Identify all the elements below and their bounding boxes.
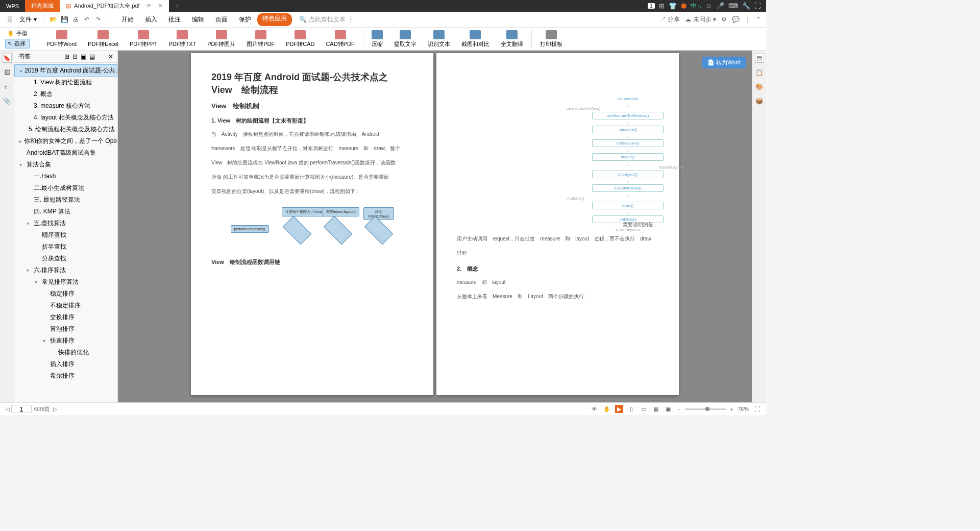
palette-icon[interactable]: 🎨 (755, 82, 764, 91)
zoom-slider[interactable] (685, 408, 726, 410)
sb-hand-icon[interactable]: ✋ (603, 405, 611, 413)
box-icon[interactable]: 📦 (755, 96, 764, 106)
bookmark-item[interactable]: 1. View 树的绘图流程 (14, 77, 117, 88)
mode-hand[interactable]: ✋ 手型 (5, 29, 30, 38)
print-icon[interactable]: 🖨 (71, 15, 80, 24)
tool-compress[interactable]: 压缩 (366, 29, 388, 49)
mode-select[interactable]: ↖ 选择 (5, 39, 30, 49)
sb-read-icon[interactable]: 👁 (591, 405, 599, 413)
bookmark-item[interactable]: 不稳定排序 (14, 300, 117, 311)
bookmark-item[interactable]: ▾快速排序 (14, 335, 117, 347)
mic-icon[interactable]: 🎤 (716, 2, 724, 10)
bookmark-item[interactable]: 2. 概念 (14, 88, 117, 100)
bm-close-icon[interactable]: ✕ (108, 53, 113, 60)
bookmark-item[interactable]: 一.Hash (14, 171, 117, 182)
tool-print-template[interactable]: 打印模板 (535, 29, 568, 49)
bookmark-item[interactable]: ▾常见排序算法 (14, 276, 117, 288)
search-box[interactable]: 🔍 点此查找文本 ⋮ (299, 15, 354, 24)
tool-extract[interactable]: 提取文字 (389, 29, 422, 49)
bookmark-item[interactable]: ▾五.查找算法 (14, 218, 117, 229)
prev-page-icon[interactable]: ◁ (5, 406, 9, 413)
file-menu[interactable]: 文件 ▾ (16, 15, 40, 24)
tool-pdf2img[interactable]: PDF转图片 (202, 29, 240, 49)
sogou-icon[interactable]: ⬢ (681, 2, 687, 10)
bookmark-item[interactable]: 交换排序 (14, 311, 117, 323)
document-area[interactable]: 📄 转为Word 2019 年百度 Android 面试题-公共技术点之 Vie… (118, 51, 752, 402)
menu-tab-insert[interactable]: 插入 (140, 13, 162, 26)
expand-icon[interactable]: ⛶ (754, 2, 761, 10)
share-button[interactable]: ↗ 分享 (660, 15, 680, 24)
tool-translate[interactable]: 全文翻译 (496, 29, 528, 49)
tool-pdf2txt[interactable]: PDF转TXT (163, 29, 201, 49)
menu-tab-start[interactable]: 开始 (116, 13, 139, 26)
tool-cad2pdf[interactable]: CAD转PDF (321, 29, 359, 49)
bookmark-item[interactable]: 顺序查找 (14, 229, 117, 241)
bookmark-item[interactable]: ▾算法合集 (14, 159, 117, 171)
attachment-icon[interactable]: 📎 (3, 96, 12, 106)
sb-layout1-icon[interactable]: ▯ (627, 405, 635, 413)
tool-icon[interactable]: 🔧 (742, 2, 750, 10)
bm-del-icon[interactable]: ▤ (89, 53, 95, 60)
gear-icon[interactable]: ⚙ (721, 16, 727, 23)
convert-word-button[interactable]: 📄 转为Word (702, 57, 746, 68)
bookmark-item[interactable]: 三. 最短路径算法 (14, 194, 117, 206)
tab-restore-icon[interactable]: ⟳ (146, 3, 151, 9)
bookmark-item[interactable]: 四. KMP 算法 (14, 206, 117, 218)
bookmark-icon[interactable]: 🔖 (3, 54, 12, 63)
sb-layout3-icon[interactable]: ▦ (652, 405, 660, 413)
more-icon[interactable]: ⋮ (745, 16, 751, 23)
save-icon[interactable]: 💾 (60, 15, 69, 24)
page-input[interactable] (11, 405, 32, 413)
tag-icon[interactable]: 🏷 (3, 82, 12, 91)
redo-icon[interactable]: ↷ (93, 15, 103, 24)
next-page-icon[interactable]: ▷ (53, 406, 57, 413)
new-tab-button[interactable]: ＋ (169, 2, 185, 10)
tool-pdf2excel[interactable]: PDF转Excel (83, 29, 124, 49)
bookmark-item[interactable]: ▾六.排序算法 (14, 264, 117, 276)
image-icon[interactable]: 🖼 (3, 68, 12, 77)
tool-compare[interactable]: 截图和对比 (456, 29, 495, 49)
bookmark-item[interactable]: 插入排序 (14, 358, 117, 370)
sb-layout4-icon[interactable]: ▣ (664, 405, 672, 413)
open-icon[interactable]: 📂 (48, 15, 58, 24)
bookmark-item[interactable]: 稳定排序 (14, 288, 117, 300)
grid-icon[interactable]: ⊞ (659, 2, 665, 10)
tool-pdf2cad[interactable]: PDF转CAD (281, 29, 320, 49)
menu-icon[interactable]: ☰ (5, 15, 14, 24)
bookmark-item[interactable]: ▸你和你的女神之间，差了一个 Open... (14, 135, 117, 147)
tool-img2pdf[interactable]: 图片转PDF (241, 29, 280, 49)
bm-collapse-icon[interactable]: ⊟ (72, 53, 78, 60)
menu-tab-edit[interactable]: 编辑 (187, 13, 209, 26)
menu-tab-protect[interactable]: 保护 (234, 13, 256, 26)
tool-pdf2ppt[interactable]: PDF转PPT (125, 29, 162, 49)
tab-document[interactable]: ▤ Android_PDF知识大全.pdf ⟳ ✕ (60, 0, 169, 12)
tool-ocr[interactable]: 识别文本 (423, 29, 455, 49)
bookmark-item[interactable]: 快排的优化 (14, 347, 117, 358)
zoom-in-icon[interactable]: ＋ (729, 405, 734, 413)
fullscreen-icon[interactable]: ⛶ (753, 405, 761, 413)
bookmark-item[interactable]: 希尔排序 (14, 370, 117, 382)
bookmark-item[interactable]: 5. 绘制流程相关概念及核心方法 (14, 124, 117, 135)
bookmark-item[interactable]: 分块查找 (14, 253, 117, 264)
keyboard-icon[interactable]: ⌨ (728, 2, 738, 10)
bookmark-item[interactable]: 冒泡排序 (14, 323, 117, 335)
menu-tab-annotate[interactable]: 批注 (163, 13, 186, 26)
outline-icon[interactable]: ▤ (755, 54, 764, 63)
collapse-icon[interactable]: ⌃ (756, 16, 761, 23)
tool-pdf2word[interactable]: PDF转Word (41, 29, 82, 49)
sb-play-icon[interactable]: ▶ (615, 405, 623, 413)
sync-button[interactable]: ☁ 未同步 ▾ (685, 15, 716, 24)
undo-icon[interactable]: ↶ (82, 15, 91, 24)
emoji-icon[interactable]: ☺ (705, 2, 712, 10)
bookmark-item[interactable]: 二.最小生成树算法 (14, 182, 117, 194)
menu-tab-special[interactable]: 特色应用 (257, 13, 292, 26)
tab-store[interactable]: 稻壳商城 (25, 0, 60, 12)
bm-expand-icon[interactable]: ⊞ (64, 53, 69, 60)
menu-tab-page[interactable]: 页面 (210, 13, 233, 26)
feedback-icon[interactable]: 💬 (732, 16, 740, 23)
bookmark-item[interactable]: ▸2019 年百度 Android 面试题-公共... (14, 64, 117, 77)
skin-icon[interactable]: 👕 (669, 2, 677, 10)
tab-wps[interactable]: WPS (0, 0, 25, 12)
bm-add-icon[interactable]: ▣ (81, 53, 86, 60)
sb-layout2-icon[interactable]: ▭ (640, 405, 648, 413)
